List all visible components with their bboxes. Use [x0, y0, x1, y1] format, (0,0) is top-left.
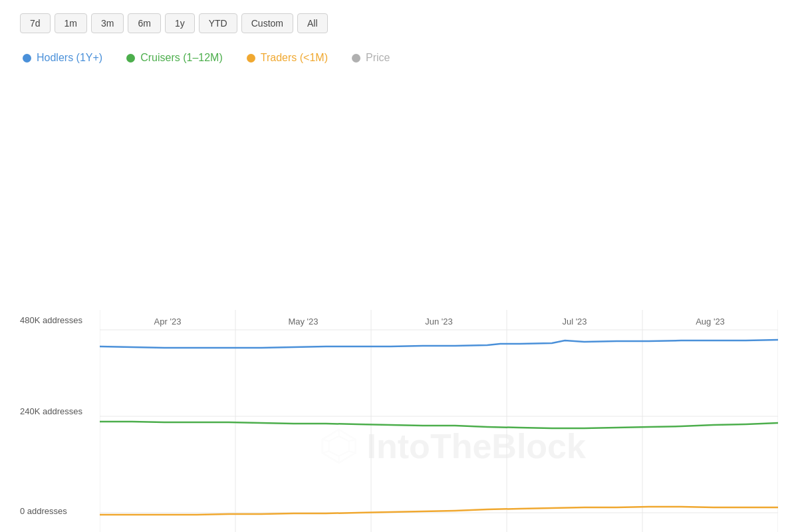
- main-container: 7d 1m 3m 6m 1y YTD Custom All Hodlers (1…: [0, 0, 798, 532]
- btn-1m[interactable]: 1m: [55, 13, 87, 33]
- btn-7d[interactable]: 7d: [20, 13, 51, 33]
- btn-all[interactable]: All: [297, 13, 328, 33]
- time-range-bar: 7d 1m 3m 6m 1y YTD Custom All: [20, 13, 778, 33]
- btn-custom[interactable]: Custom: [241, 13, 293, 33]
- y-label-0: 0 addresses: [20, 506, 67, 516]
- main-chart-svg: [100, 310, 778, 532]
- cruisers-line: [100, 422, 778, 428]
- main-chart-area: 480K addresses 240K addresses 0 addresse…: [20, 310, 778, 532]
- price-dot: [352, 54, 360, 63]
- traders-line: [100, 507, 778, 515]
- traders-dot: [247, 54, 255, 63]
- cruisers-label: Cruisers (1–12M): [140, 52, 223, 64]
- legend-price: Price: [352, 52, 390, 64]
- hodlers-label: Hodlers (1Y+): [37, 52, 102, 64]
- btn-3m[interactable]: 3m: [91, 13, 124, 33]
- btn-6m[interactable]: 6m: [128, 13, 160, 33]
- btn-1y[interactable]: 1y: [165, 13, 195, 33]
- price-label: Price: [366, 52, 390, 64]
- traders-label: Traders (<1M): [261, 52, 328, 64]
- btn-ytd[interactable]: YTD: [199, 13, 237, 33]
- hodlers-dot: [23, 54, 31, 63]
- cruisers-dot: [126, 54, 135, 63]
- chart-legend: Hodlers (1Y+) Cruisers (1–12M) Traders (…: [20, 52, 778, 64]
- legend-traders: Traders (<1M): [247, 52, 328, 64]
- y-label-240k: 240K addresses: [20, 406, 82, 416]
- legend-hodlers: Hodlers (1Y+): [23, 52, 102, 64]
- legend-cruisers: Cruisers (1–12M): [126, 52, 223, 64]
- y-label-480k: 480K addresses: [20, 315, 82, 325]
- hodlers-line: [100, 340, 778, 348]
